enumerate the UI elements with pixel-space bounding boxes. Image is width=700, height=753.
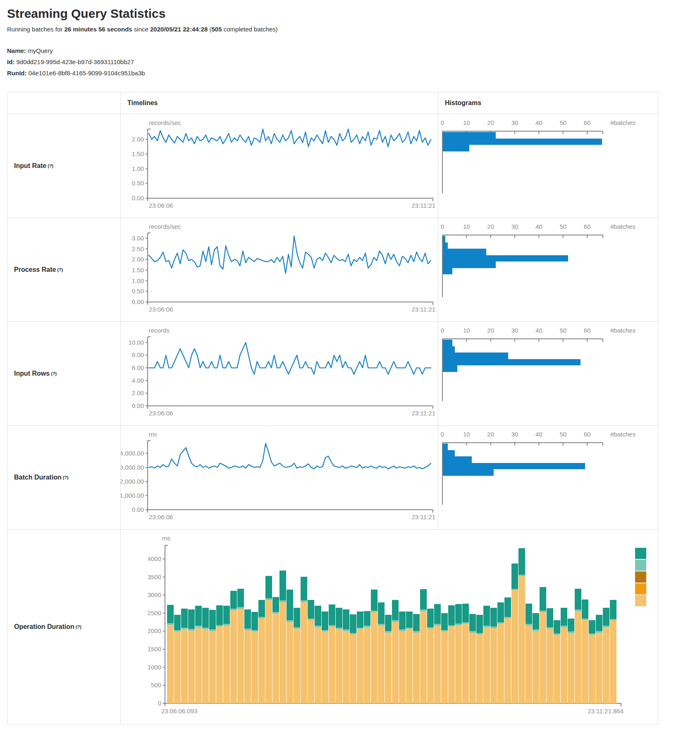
stacked-bar-segment (174, 630, 181, 631)
stacked-bar-segment (603, 627, 609, 703)
stacked-bar-segment (596, 631, 602, 632)
histograms-column-header: Histograms (438, 92, 658, 114)
row-label-cell: Input Rows(?) (7, 322, 120, 425)
histogram-bar (443, 340, 452, 346)
query-run-id: 04e101e6-8bf8-4165-9099-9104c951ba3b (29, 70, 145, 77)
stacked-bar-segment (336, 628, 342, 629)
stacked-bar-segment (561, 627, 567, 703)
metric-rows-container: Input Rate(?)records/sec2.001.501.000.50… (7, 114, 658, 530)
stacked-bar-segment (258, 617, 265, 618)
help-tooltip-marker[interactable]: (?) (76, 624, 81, 629)
stacked-bar-segment (336, 608, 342, 628)
row-label: Batch Duration (14, 474, 62, 481)
histogram-bar (443, 268, 452, 275)
stacked-bar-segment (469, 631, 476, 632)
stacked-bar-segment (476, 633, 483, 634)
stacked-bar-segment (533, 613, 539, 629)
help-tooltip-marker[interactable]: (?) (51, 371, 57, 376)
stacked-bar-segment (533, 629, 539, 631)
stacked-bar-segment (364, 626, 370, 627)
help-tooltip-marker[interactable]: (?) (48, 163, 53, 168)
stacked-bar-segment (448, 625, 455, 626)
empty-header-cell (7, 92, 120, 114)
stacked-bar-segment (350, 633, 356, 634)
stacked-bar-segment (188, 609, 195, 629)
stacked-bar-segment (462, 604, 469, 622)
stacked-bar-segment (350, 634, 356, 703)
help-tooltip-marker[interactable]: (?) (63, 475, 69, 480)
timeline-line (149, 129, 431, 147)
stacked-bar-segment (441, 613, 448, 630)
y-tick-label: 1,000.00 (121, 492, 144, 499)
y-tick-label: 1.50 (132, 150, 144, 157)
stacked-bar-segment (350, 614, 356, 633)
stacked-bar-segment (603, 626, 609, 627)
timeline-chart: records/sec2.001.501.000.500.0023:06:062… (121, 114, 437, 217)
y-tick-label: 10.00 (128, 339, 144, 346)
timeline-cell: records10.008.006.004.002.000.0023:06:06… (120, 322, 438, 425)
metric-row-batch-duration: Batch Duration(?)ms4,000.003,000.002,000… (7, 426, 658, 530)
stacked-bar-segment (322, 630, 328, 631)
y-tick-label: 1000 (148, 664, 161, 671)
stacked-bar-segment (511, 589, 518, 590)
metric-row-input-rate: Input Rate(?)records/sec2.001.501.000.50… (7, 114, 658, 218)
histogram-bar (443, 450, 455, 457)
paren-open: ( (208, 26, 211, 33)
batches-axis-label: #batches (610, 431, 635, 438)
hist-tick-label: 40 (535, 119, 542, 126)
help-tooltip-marker[interactable]: (?) (57, 267, 63, 272)
stacked-bar-segment (518, 548, 525, 575)
y-tick-label: 0.50 (132, 180, 144, 187)
stacked-bar-segment (511, 590, 518, 703)
y-tick-label: 2.00 (132, 136, 144, 143)
stacked-bar-segment (371, 612, 377, 703)
stacked-bar-segment (251, 612, 258, 630)
stacked-bar-segment (357, 628, 363, 629)
stacked-bar-segment (547, 608, 553, 627)
histogram-bar (443, 139, 602, 145)
stacked-bar-segment (589, 620, 595, 633)
stacked-bar-segment (244, 609, 251, 628)
stacked-bar-segment (434, 604, 441, 624)
stacked-bar-segment (483, 606, 490, 626)
stacked-bar-segment (287, 590, 293, 620)
legend-chip (635, 583, 646, 595)
stacked-bar-segment (497, 602, 504, 622)
y-tick-label: 0.00 (132, 194, 144, 201)
unit-label: records/sec (149, 223, 181, 230)
stacked-bar-segment (371, 590, 377, 611)
stacked-bar-segment (195, 606, 202, 626)
stats-table: Timelines Histograms Input Rate(?)record… (7, 92, 658, 724)
stacked-bar-segment (420, 611, 427, 703)
stacked-bar-segment (287, 620, 293, 621)
y-tick-label: 2500 (148, 609, 161, 616)
stacked-bar-segment (554, 633, 560, 635)
row-label-cell: Input Rate(?) (7, 114, 120, 218)
row-label: Input Rows (14, 370, 50, 377)
stacked-bar-segment (469, 633, 476, 703)
stacked-bar-segment (237, 589, 244, 607)
hist-tick-label: 10 (463, 119, 470, 126)
stacked-bar-segment (392, 620, 399, 621)
stacked-bar-segment (582, 600, 588, 619)
unit-label: records/sec (149, 119, 181, 126)
stacked-bar-segment (575, 609, 581, 611)
y-tick-label: 1.00 (132, 277, 144, 284)
stacked-bar-segment (336, 629, 342, 703)
completed-suffix: completed batches) (222, 26, 278, 33)
x-end-label: 23:11:21 (412, 202, 435, 209)
stacked-bar-segment (378, 624, 385, 625)
x-end-label: 23:11:21 (412, 410, 435, 417)
stacked-bar-segment (406, 629, 413, 703)
stacked-bar-segment (462, 622, 469, 624)
timeline-chart: ms4,000.003,000.002,000.001,000.000.0023… (121, 426, 437, 529)
histogram-chart: 0102030405060#batches (438, 322, 659, 425)
stacked-bar-segment (294, 627, 300, 628)
stacked-bar-segment (413, 631, 420, 632)
stacked-bar-segment (308, 600, 314, 618)
hist-tick-label: 30 (511, 119, 518, 126)
stacked-bar-segment (504, 618, 511, 703)
stacked-bar-segment (237, 607, 244, 608)
legend-chip (635, 548, 646, 559)
timeline-cell: records/sec3.002.502.001.501.000.500.002… (120, 218, 438, 321)
